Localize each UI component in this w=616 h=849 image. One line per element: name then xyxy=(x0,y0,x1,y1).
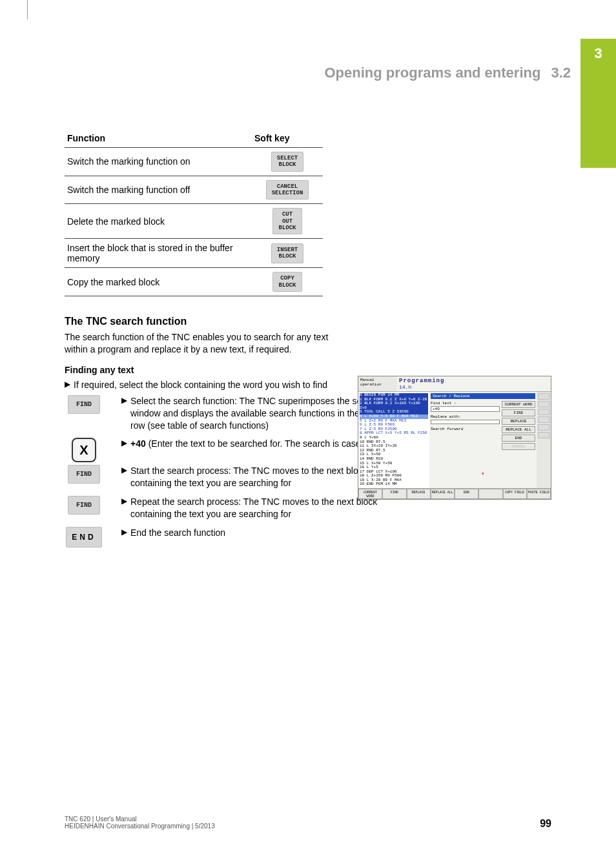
end-key-icon: END xyxy=(66,527,101,547)
softkey-cut-out-block: CUT OUT BLOCK xyxy=(272,208,302,234)
table-row: Switch the marking function on SELECT BL… xyxy=(65,148,323,176)
arrow-icon: ▶ xyxy=(121,465,130,475)
chapter-tab: 3 xyxy=(580,39,616,168)
ss-mode: Manual operation xyxy=(358,376,397,391)
arrow-icon: ▶ xyxy=(121,438,130,448)
arrow-icon: ▶ xyxy=(121,527,130,537)
ss-dlgbtn: CANCEL xyxy=(502,443,535,450)
ss-dlgbtn: END xyxy=(502,435,535,442)
func-desc: Insert the block that is stored in the b… xyxy=(65,239,252,268)
table-col2-header: Soft key xyxy=(252,129,323,148)
footer-line1: TNC 620 | User's Manual xyxy=(65,815,215,823)
find-softkey-icon: FIND xyxy=(68,465,100,484)
ss-bottomkey: END xyxy=(455,489,478,499)
ss-replace-label: Replace with: xyxy=(431,414,500,419)
step-text: End the search function xyxy=(130,527,225,539)
table-row: Delete the marked block CUT OUT BLOCK xyxy=(65,204,323,239)
ss-side-btn xyxy=(538,409,549,415)
chapter-number: 3 xyxy=(580,39,616,62)
ss-prog-line: 20 END PGM 14 MM xyxy=(360,482,428,487)
ss-bottomkey: CURRENT WORD xyxy=(358,489,382,499)
ss-bottomkey: REPLACE xyxy=(407,489,431,499)
step-bold: +40 xyxy=(130,438,146,449)
func-desc: Copy the marked block xyxy=(65,268,252,296)
ss-dlgbtn: REPLACE xyxy=(502,418,535,425)
func-desc: Switch the marking function off xyxy=(65,176,252,204)
ss-cursor-icon: ▾ xyxy=(431,471,535,476)
arrow-icon: ▶ xyxy=(121,496,130,506)
footer-line2: HEIDENHAIN Conversational Programming | … xyxy=(65,823,215,830)
function-table: Function Soft key Switch the marking fun… xyxy=(65,129,323,296)
arrow-icon: ▶ xyxy=(121,395,130,405)
page-footer: TNC 620 | User's Manual HEIDENHAIN Conve… xyxy=(65,815,551,830)
ss-side-btn xyxy=(538,432,549,438)
ss-replace-input xyxy=(431,420,500,424)
step-initial-text: If required, select the block containing… xyxy=(74,379,327,391)
softkey-cancel-selection: CANCEL SELECTION xyxy=(266,180,309,200)
ss-dlgbtn: FIND xyxy=(502,409,535,416)
ss-searchforward: Search forward xyxy=(431,427,500,431)
ss-bottomkey xyxy=(478,489,502,499)
ss-side-btn xyxy=(538,424,549,431)
softkey-select-block: SELECT BLOCK xyxy=(271,152,303,172)
arrow-icon: ▶ xyxy=(65,379,74,389)
ss-find-label: Find text : xyxy=(431,401,500,405)
ss-dialog-title: Search / Replace xyxy=(431,393,535,399)
ss-side-btn xyxy=(538,416,549,423)
header-title: Opening programs and entering xyxy=(324,65,540,81)
axis-x-key-icon: X xyxy=(72,438,96,462)
ss-side-btn xyxy=(538,401,549,407)
step-end-search: END ▶ End the search function xyxy=(65,527,551,547)
ss-dlgbtn: CURRENT WORD xyxy=(502,401,535,408)
ss-find-value: +40 xyxy=(431,406,500,412)
search-function-intro: The search function of the TNC enables y… xyxy=(65,331,349,356)
ss-side-btn xyxy=(538,393,549,400)
softkey-copy-block: COPY BLOCK xyxy=(272,272,302,292)
ss-bottomkey: FIND xyxy=(382,489,406,499)
table-row: Copy the marked block COPY BLOCK xyxy=(65,268,323,296)
ss-dlgbtn: REPLACE ALL xyxy=(502,426,535,433)
header-section: 3.2 xyxy=(551,65,571,81)
ss-bottomkey: COPY FIELD xyxy=(503,489,527,499)
search-function-heading: The TNC search function xyxy=(65,316,551,327)
table-row: Insert the block that is stored in the b… xyxy=(65,239,323,268)
tnc-screenshot: Manual operation Programming 14.h 0 BEGI… xyxy=(358,376,551,500)
page-header: Opening programs and entering 3.2 xyxy=(65,65,571,81)
ss-title: Programming xyxy=(399,378,549,384)
page-number: 99 xyxy=(540,818,551,830)
ss-bottomkey: PASTE FIELD xyxy=(527,489,551,499)
left-margin-rule xyxy=(27,0,28,19)
content-area: Function Soft key Switch the marking fun… xyxy=(65,129,551,550)
func-desc: Switch the marking function on xyxy=(65,148,252,176)
table-row: Switch the marking function off CANCEL S… xyxy=(65,176,323,204)
table-col1-header: Function xyxy=(65,129,252,148)
step-repeat-search: FIND ▶ Repeat the search process: The TN… xyxy=(65,496,551,524)
ss-file: 14.h xyxy=(399,384,549,390)
find-softkey-icon: FIND xyxy=(68,395,100,414)
finding-any-text-heading: Finding any text xyxy=(65,365,551,375)
find-softkey-icon: FIND xyxy=(68,496,100,515)
ss-bottomkey: REPLACE ALL xyxy=(431,489,455,499)
softkey-insert-block: INSERT BLOCK xyxy=(271,243,303,263)
func-desc: Delete the marked block xyxy=(65,204,252,239)
